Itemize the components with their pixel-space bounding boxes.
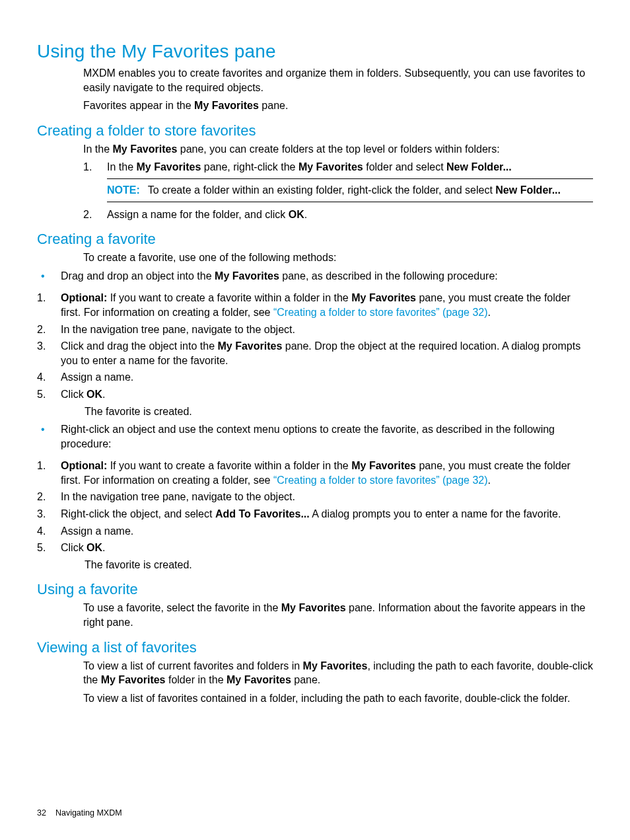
- heading-creating-favorite: Creating a favorite: [37, 231, 593, 248]
- paragraph: To use a favorite, select the favorite i…: [83, 601, 593, 629]
- text: Drag and drop an object into the: [61, 270, 215, 282]
- text-bold: New Folder...: [495, 184, 561, 196]
- heading-using-my-favorites-pane: Using the My Favorites pane: [37, 41, 593, 62]
- list-item: In the My Favorites pane, right-click th…: [83, 160, 593, 202]
- text-bold: My Favorites: [298, 161, 363, 172]
- note-box: NOTE:To create a folder within an existi…: [107, 178, 593, 202]
- text: pane, right-click the: [201, 161, 298, 172]
- text-bold: OK: [87, 389, 102, 400]
- list-item: Click OK. The favorite is created.: [37, 541, 593, 572]
- text-bold: My Favorites: [303, 660, 368, 671]
- bullet-list: Right-click an object and use the contex…: [37, 422, 593, 451]
- text: pane.: [291, 674, 320, 685]
- heading-viewing-favorites: Viewing a list of favorites: [37, 639, 593, 656]
- text-bold: New Folder...: [446, 161, 512, 172]
- text-bold: Add To Favorites...: [215, 508, 310, 519]
- bullet-list: Drag and drop an object into the My Favo…: [37, 269, 593, 284]
- heading-using-favorite: Using a favorite: [37, 581, 593, 598]
- page-footer: 32Navigating MXDM: [37, 808, 122, 818]
- ordered-list: In the My Favorites pane, right-click th…: [83, 160, 593, 221]
- text: folder and select: [363, 161, 446, 172]
- text-bold: My Favorites: [215, 270, 279, 282]
- text: In the: [83, 143, 112, 155]
- text-bold: My Favorites: [101, 674, 166, 685]
- link-creating-folder[interactable]: “Creating a folder to store favorites” (…: [273, 475, 488, 486]
- list-item: Right-click an object and use the contex…: [37, 422, 593, 451]
- text-bold: My Favorites: [351, 460, 416, 471]
- text: pane, as described in the following proc…: [279, 270, 498, 282]
- text: If you want to create a favorite within …: [107, 460, 351, 471]
- list-item: In the navigation tree pane, navigate to…: [37, 323, 593, 337]
- link-creating-folder[interactable]: “Creating a folder to store favorites” (…: [273, 307, 488, 318]
- page-number: 32: [37, 808, 46, 818]
- list-item: Right-click the object, and select Add T…: [37, 507, 593, 521]
- text-bold: Optional:: [61, 460, 107, 471]
- text: folder in the: [166, 674, 227, 685]
- list-item: Assign a name for the folder, and click …: [83, 208, 593, 222]
- text: In the: [107, 161, 136, 172]
- text-bold: My Favorites: [351, 292, 416, 303]
- list-item: Optional: If you want to create a favori…: [37, 459, 593, 487]
- text: Favorites appear in the: [83, 100, 194, 111]
- text: If you want to create a favorite within …: [107, 292, 351, 303]
- text-bold: OK: [289, 209, 304, 220]
- document-page: Using the My Favorites pane MXDM enables…: [0, 0, 630, 840]
- text: Right-click the object, and select: [61, 508, 215, 519]
- paragraph: In the My Favorites pane, you can create…: [83, 142, 593, 157]
- text: Click: [61, 389, 87, 400]
- list-item: Assign a name.: [37, 524, 593, 539]
- text: A dialog prompts you to enter a name for…: [310, 508, 561, 519]
- section-creating-favorite: To create a favorite, use one of the fol…: [83, 250, 593, 265]
- text: .: [488, 307, 491, 318]
- ordered-list: Optional: If you want to create a favori…: [37, 291, 593, 418]
- text: pane.: [259, 100, 288, 111]
- section-intro: MXDM enables you to create favorites and…: [83, 66, 593, 113]
- text: Assign a name for the folder, and click: [107, 209, 289, 220]
- text-bold: My Favorites: [227, 674, 291, 685]
- list-item: In the navigation tree pane, navigate to…: [37, 490, 593, 504]
- text: pane, you can create folders at the top …: [177, 143, 499, 155]
- text-bold: My Favorites: [281, 602, 346, 613]
- list-item: Click and drag the object into the My Fa…: [37, 339, 593, 367]
- note-label: NOTE:: [107, 184, 140, 196]
- text: .: [102, 542, 105, 553]
- paragraph: To view a list of favorites contained in…: [83, 691, 593, 706]
- text-bold: OK: [87, 542, 102, 553]
- section-viewing-favorites: To view a list of current favorites and …: [83, 659, 593, 706]
- text-bold: My Favorites: [217, 340, 282, 352]
- text: To use a favorite, select the favorite i…: [83, 602, 281, 613]
- paragraph: To view a list of current favorites and …: [83, 659, 593, 687]
- paragraph: MXDM enables you to create favorites and…: [83, 66, 593, 95]
- list-item: Click OK. The favorite is created.: [37, 387, 593, 418]
- paragraph: Favorites appear in the My Favorites pan…: [83, 98, 593, 113]
- section-creating-folder: In the My Favorites pane, you can create…: [83, 142, 593, 221]
- paragraph: To create a favorite, use one of the fol…: [83, 250, 593, 265]
- text: To view a list of current favorites and …: [83, 660, 303, 671]
- text-bold: My Favorites: [136, 161, 201, 172]
- text: Click and drag the object into the: [61, 340, 217, 352]
- list-item: Drag and drop an object into the My Favo…: [37, 269, 593, 284]
- text-bold: My Favorites: [194, 100, 259, 111]
- text-bold: My Favorites: [112, 143, 177, 155]
- text-bold: Optional:: [61, 292, 107, 303]
- text: .: [102, 389, 105, 400]
- text: The favorite is created.: [85, 558, 593, 572]
- footer-section-title: Navigating MXDM: [55, 808, 122, 818]
- section-using-favorite: To use a favorite, select the favorite i…: [83, 601, 593, 629]
- text: Click: [61, 542, 87, 553]
- ordered-list: Optional: If you want to create a favori…: [37, 459, 593, 572]
- text: .: [488, 475, 491, 486]
- list-item: Optional: If you want to create a favori…: [37, 291, 593, 319]
- heading-creating-folder: Creating a folder to store favorites: [37, 122, 593, 139]
- text: To create a folder within an existing fo…: [148, 184, 496, 196]
- text: .: [304, 209, 307, 220]
- text: The favorite is created.: [85, 404, 593, 419]
- list-item: Assign a name.: [37, 370, 593, 385]
